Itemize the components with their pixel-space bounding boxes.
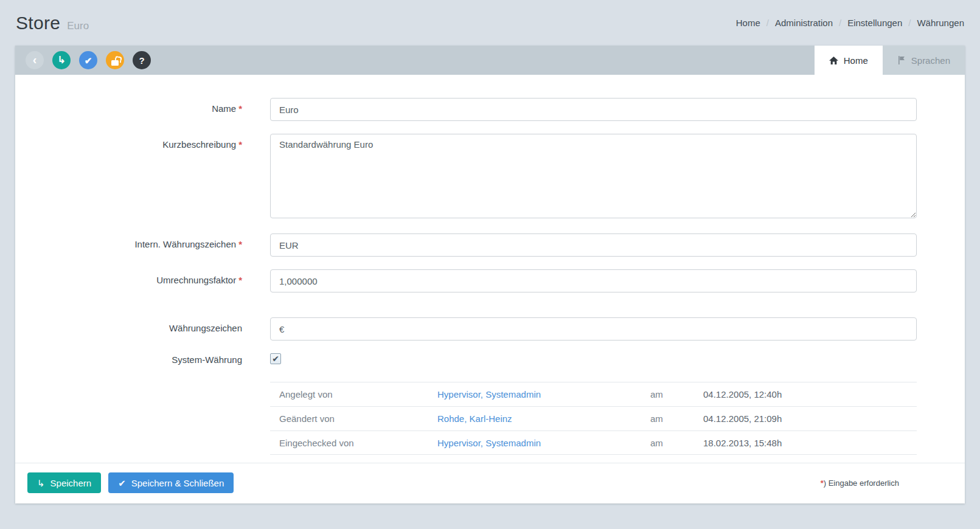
speichern-schliessen-button[interactable]: ✔ Speichern & Schließen	[108, 472, 234, 493]
check-icon: ✔	[85, 56, 92, 65]
breadcrumb-item-home[interactable]: Home	[736, 18, 760, 28]
tab-home[interactable]: Home	[815, 46, 883, 75]
page-subtitle: Euro	[67, 20, 89, 32]
meta-datetime: 04.12.2005, 12:40h	[703, 389, 782, 399]
question-icon: ?	[139, 56, 144, 65]
name-field[interactable]	[270, 98, 917, 121]
user-link[interactable]: Rohde, Karl-Heinz	[437, 413, 650, 424]
breadcrumb-item-einstellungen[interactable]: Einstellungen	[847, 18, 902, 28]
breadcrumb-item-administration[interactable]: Administration	[775, 18, 833, 28]
form-row-name: Name*	[15, 98, 965, 121]
form-row-system-waehrung: System-Währung ✔	[15, 353, 965, 365]
save-close-button[interactable]: ✔	[79, 51, 97, 69]
required-marker: *	[238, 239, 242, 249]
tab-home-label: Home	[844, 55, 868, 66]
unlock-button[interactable]	[106, 51, 124, 69]
required-marker: *	[238, 103, 242, 114]
panel-footer: ↳ Speichern ✔ Speichern & Schließen *) E…	[15, 463, 965, 503]
home-icon	[829, 57, 838, 64]
tab-sprachen[interactable]: Sprachen	[883, 46, 965, 75]
meta-preposition: am	[650, 389, 703, 399]
meta-label: Geändert von	[270, 413, 437, 424]
table-row-geaendert: Geändert von Rohde, Karl-Heinz am 04.12.…	[270, 406, 917, 430]
form-row-umrechnungsfaktor: Umrechnungsfaktor*	[15, 269, 965, 292]
meta-preposition: am	[650, 438, 703, 448]
umrechnungsfaktor-field[interactable]	[270, 269, 917, 292]
system-waehrung-checkbox[interactable]: ✔	[270, 353, 281, 364]
back-button[interactable]: ‹	[26, 51, 44, 69]
save-arrow-icon: ↳	[37, 479, 45, 488]
title-wrap: Store Euro	[16, 13, 89, 33]
breadcrumb: Home / Administration / Einstellungen / …	[736, 18, 964, 28]
form-row-intern-waehrungszeichen: Intern. Währungszeichen*	[15, 233, 965, 257]
unlock-icon	[111, 60, 119, 66]
meta-label: Angelegt von	[270, 389, 437, 399]
save-button[interactable]: ↳	[52, 51, 71, 69]
tab-sprachen-label: Sprachen	[911, 55, 950, 66]
speichern-schliessen-button-label: Speichern & Schließen	[131, 478, 224, 488]
meta-datetime: 04.12.2005, 21:09h	[703, 413, 782, 424]
required-hint-text: ) Eingabe erforderlich	[824, 479, 899, 488]
audit-info-table: Angelegt von Hypervisor, Systemadmin am …	[270, 382, 917, 455]
flag-icon	[897, 56, 906, 64]
breadcrumb-separator: /	[839, 18, 841, 28]
kurzbeschreibung-label: Kurzbeschreibung*	[15, 134, 270, 150]
checkbox-check-icon: ✔	[272, 354, 279, 363]
umrechnungsfaktor-label: Umrechnungsfaktor*	[15, 269, 270, 285]
page-header: Store Euro Home / Administration / Einst…	[0, 0, 980, 46]
table-row-angelegt: Angelegt von Hypervisor, Systemadmin am …	[270, 382, 917, 406]
speichern-button[interactable]: ↳ Speichern	[27, 472, 101, 493]
intern-waehrungszeichen-field[interactable]	[270, 233, 917, 257]
form-row-waehrungszeichen: Währungszeichen	[15, 317, 965, 341]
breadcrumb-item-waehrungen[interactable]: Währungen	[917, 18, 964, 28]
breadcrumb-separator: /	[908, 18, 911, 28]
content-panel: ‹ ↳ ✔ ? Home Sprachen Name	[15, 46, 965, 503]
speichern-button-label: Speichern	[50, 478, 92, 488]
page-title: Store	[16, 13, 60, 33]
intern-waehrungszeichen-label: Intern. Währungszeichen*	[15, 233, 270, 249]
help-button[interactable]: ?	[133, 51, 151, 69]
form-row-kurzbeschreibung: Kurzbeschreibung* Standardwährung Euro	[15, 134, 965, 221]
required-hint: *) Eingabe erforderlich	[821, 479, 953, 488]
waehrungszeichen-label: Währungszeichen	[15, 317, 270, 333]
toolbar: ‹ ↳ ✔ ? Home Sprachen	[15, 46, 965, 75]
name-label: Name*	[15, 98, 270, 114]
check-icon: ✔	[118, 479, 126, 488]
user-link[interactable]: Hypervisor, Systemadmin	[437, 438, 650, 448]
tab-bar: Home Sprachen	[815, 46, 965, 75]
breadcrumb-separator: /	[766, 18, 769, 28]
waehrungszeichen-field[interactable]	[270, 317, 917, 341]
system-waehrung-label: System-Währung	[15, 353, 270, 365]
meta-label: Eingechecked von	[270, 438, 437, 448]
back-icon: ‹	[33, 54, 37, 66]
meta-datetime: 18.02.2013, 15:48h	[703, 438, 782, 448]
user-link[interactable]: Hypervisor, Systemadmin	[437, 389, 650, 399]
currency-form: Name* Kurzbeschreibung* Standardwährung …	[15, 75, 965, 455]
meta-preposition: am	[650, 413, 703, 424]
save-arrow-icon: ↳	[57, 55, 65, 65]
table-row-eingecheckt: Eingechecked von Hypervisor, Systemadmin…	[270, 430, 917, 455]
required-marker: *	[238, 275, 242, 285]
required-marker: *	[238, 139, 242, 150]
kurzbeschreibung-field[interactable]: Standardwährung Euro	[270, 134, 917, 218]
